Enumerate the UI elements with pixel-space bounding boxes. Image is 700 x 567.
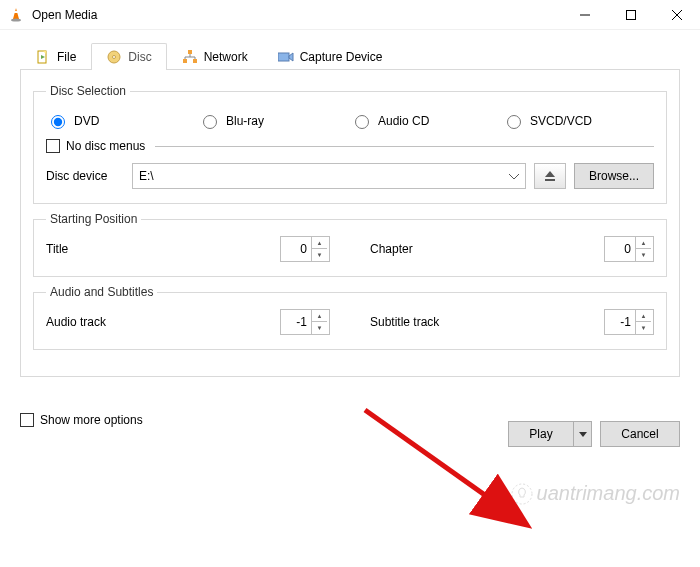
- window-title: Open Media: [32, 8, 97, 22]
- svg-point-2: [11, 18, 21, 21]
- radio-svcd-input[interactable]: [507, 115, 521, 129]
- svg-point-20: [512, 484, 532, 504]
- separator-line: [155, 146, 654, 147]
- audio-track-label: Audio track: [46, 315, 136, 329]
- disc-icon: [106, 50, 122, 64]
- chapter-spinner[interactable]: ▲ ▼: [604, 236, 654, 262]
- capture-device-icon: [278, 50, 294, 64]
- lightbulb-icon: [511, 483, 533, 505]
- tab-panel-disc: Disc Selection DVD Blu-ray Audio CD SVCD…: [20, 70, 680, 377]
- audio-spin-up[interactable]: ▲: [312, 310, 327, 322]
- fieldset-audio-subtitles: Audio and Subtitles Audio track ▲ ▼ Subt…: [33, 285, 667, 350]
- audio-track-spinner[interactable]: ▲ ▼: [280, 309, 330, 335]
- svg-rect-13: [183, 59, 187, 63]
- checkbox-box: [20, 413, 34, 427]
- chevron-down-icon: [509, 169, 519, 183]
- radio-svcd-vcd[interactable]: SVCD/VCD: [502, 112, 654, 129]
- chapter-spin-down[interactable]: ▼: [636, 249, 651, 261]
- play-button[interactable]: Play: [508, 421, 574, 447]
- checkbox-show-more-options[interactable]: Show more options: [20, 413, 143, 427]
- minimize-button[interactable]: [562, 0, 608, 30]
- tab-capture-device[interactable]: Capture Device: [263, 43, 398, 70]
- tab-network-label: Network: [204, 50, 248, 64]
- disc-device-combo[interactable]: E:\: [132, 163, 526, 189]
- eject-button[interactable]: [534, 163, 566, 189]
- legend-audio-subtitles: Audio and Subtitles: [46, 285, 157, 299]
- tab-file[interactable]: File: [20, 43, 91, 70]
- radio-svcd-label: SVCD/VCD: [530, 114, 592, 128]
- footer: Show more options Play Cancel: [0, 385, 700, 447]
- play-dropdown-button[interactable]: [574, 421, 592, 447]
- close-button[interactable]: [654, 0, 700, 30]
- title-spin-down[interactable]: ▼: [312, 249, 327, 261]
- chapter-input[interactable]: [605, 242, 635, 256]
- show-more-options-label: Show more options: [40, 413, 143, 427]
- subtitle-spin-up[interactable]: ▲: [636, 310, 651, 322]
- svg-point-11: [113, 56, 116, 59]
- tab-capture-label: Capture Device: [300, 50, 383, 64]
- title-spinner[interactable]: ▲ ▼: [280, 236, 330, 262]
- watermark-text: uantrimang.com: [537, 482, 680, 505]
- svg-rect-14: [193, 59, 197, 63]
- fieldset-disc-selection: Disc Selection DVD Blu-ray Audio CD SVCD…: [33, 84, 667, 204]
- title-input[interactable]: [281, 242, 311, 256]
- svg-rect-4: [627, 10, 636, 19]
- chapter-label: Chapter: [370, 242, 460, 256]
- tab-disc[interactable]: Disc: [91, 43, 166, 70]
- svg-rect-18: [545, 179, 555, 181]
- disc-device-value: E:\: [139, 169, 154, 183]
- app-icon: [6, 5, 26, 25]
- svg-rect-12: [188, 50, 192, 54]
- checkbox-no-disc-menus[interactable]: No disc menus: [46, 139, 145, 153]
- chevron-down-icon: [579, 432, 587, 437]
- svg-marker-0: [13, 8, 19, 19]
- title-spin-up[interactable]: ▲: [312, 237, 327, 249]
- svg-rect-15: [278, 53, 289, 61]
- radio-bluray-input[interactable]: [203, 115, 217, 129]
- svg-marker-19: [579, 432, 587, 437]
- watermark: uantrimang.com: [511, 482, 680, 505]
- chapter-spin-up[interactable]: ▲: [636, 237, 651, 249]
- eject-icon: [544, 170, 556, 182]
- radio-dvd-input[interactable]: [51, 115, 65, 129]
- radio-audio-cd[interactable]: Audio CD: [350, 112, 502, 129]
- legend-disc-selection: Disc Selection: [46, 84, 130, 98]
- subtitle-spin-down[interactable]: ▼: [636, 322, 651, 334]
- play-split-button[interactable]: Play: [508, 421, 592, 447]
- tab-network[interactable]: Network: [167, 43, 263, 70]
- tab-disc-label: Disc: [128, 50, 151, 64]
- legend-starting-position: Starting Position: [46, 212, 141, 226]
- titlebar: Open Media: [0, 0, 700, 30]
- tab-bar: File Disc Network Capture Device: [20, 42, 680, 70]
- title-label: Title: [46, 242, 136, 256]
- radio-audio-cd-input[interactable]: [355, 115, 369, 129]
- browse-button[interactable]: Browse...: [574, 163, 654, 189]
- tab-file-label: File: [57, 50, 76, 64]
- radio-audio-cd-label: Audio CD: [378, 114, 429, 128]
- radio-dvd-label: DVD: [74, 114, 99, 128]
- svg-marker-16: [289, 53, 293, 61]
- audio-track-input[interactable]: [281, 315, 311, 329]
- checkbox-box: [46, 139, 60, 153]
- svg-marker-17: [545, 171, 555, 177]
- audio-spin-down[interactable]: ▼: [312, 322, 327, 334]
- radio-bluray[interactable]: Blu-ray: [198, 112, 350, 129]
- svg-rect-1: [14, 11, 18, 13]
- subtitle-track-input[interactable]: [605, 315, 635, 329]
- checkbox-no-disc-menus-label: No disc menus: [66, 139, 145, 153]
- radio-bluray-label: Blu-ray: [226, 114, 264, 128]
- cancel-button[interactable]: Cancel: [600, 421, 680, 447]
- subtitle-track-label: Subtitle track: [370, 315, 460, 329]
- subtitle-track-spinner[interactable]: ▲ ▼: [604, 309, 654, 335]
- file-icon: [35, 50, 51, 64]
- radio-dvd[interactable]: DVD: [46, 112, 198, 129]
- disc-device-label: Disc device: [46, 169, 124, 183]
- maximize-button[interactable]: [608, 0, 654, 30]
- network-icon: [182, 50, 198, 64]
- fieldset-starting-position: Starting Position Title ▲ ▼ Chapter: [33, 212, 667, 277]
